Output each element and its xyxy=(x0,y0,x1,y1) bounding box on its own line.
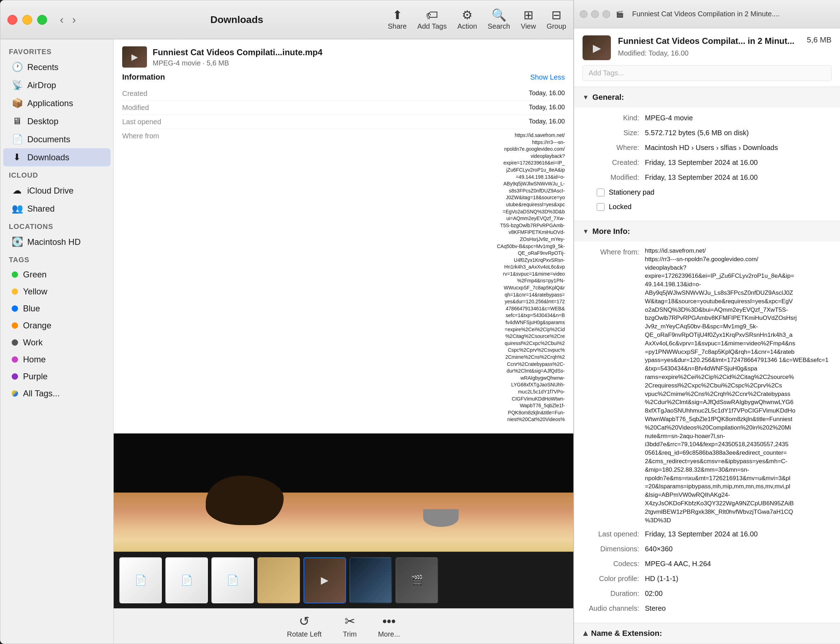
icloud-icon: ☁ xyxy=(12,185,22,196)
more-info-title: More Info: xyxy=(593,227,630,236)
name-extension-header[interactable]: ▶ Name & Extension: xyxy=(574,623,840,644)
sidebar-label-desktop: Desktop xyxy=(27,117,58,127)
sidebar-item-tag-home[interactable]: Home xyxy=(3,351,110,368)
color-profile-label: Color profile: xyxy=(583,573,639,584)
where-from-url: https://id.savefrom.net/https://rr3---sn… xyxy=(186,132,565,423)
ql-filetype: MPEG-4 movie · 5,6 MB xyxy=(153,59,323,67)
group-button[interactable]: ⊟ Group xyxy=(547,9,566,30)
sidebar-item-tag-green[interactable]: Green xyxy=(3,266,110,283)
quicklook-info: ▶ Funniest Cat Videos Compilati...inute.… xyxy=(114,39,573,434)
codecs-value: MPEG-4 AAC, H.264 xyxy=(645,559,832,569)
locked-checkbox[interactable] xyxy=(597,203,604,211)
view-button[interactable]: ⊞ View xyxy=(520,9,536,30)
action-icon: ⚙ xyxy=(462,9,473,21)
ql-file-details: Funniest Cat Videos Compilati...inute.mp… xyxy=(153,47,323,67)
fullscreen-button[interactable] xyxy=(37,15,47,25)
downloads-icon: ⬇ xyxy=(12,152,22,163)
sidebar-item-tag-blue[interactable]: Blue xyxy=(3,300,110,317)
where-from-url-mi: https://id.savefrom.net/https://rr3---sn… xyxy=(645,246,832,524)
locations-header: Locations xyxy=(0,218,113,233)
locked-label: Locked xyxy=(609,203,632,211)
more-button[interactable]: ••• More... xyxy=(378,614,400,638)
general-title: General: xyxy=(593,93,624,102)
stationery-row[interactable]: Stationery pad xyxy=(597,187,832,198)
stationery-checkbox[interactable] xyxy=(597,189,604,196)
home-tag-dot xyxy=(12,356,18,363)
show-less-button[interactable]: Show Less xyxy=(530,73,565,81)
sidebar-item-documents[interactable]: 📄 Documents xyxy=(3,130,110,148)
where-from-label-mi: Where from: xyxy=(583,246,639,257)
sidebar-item-recents[interactable]: 🕐 Recents xyxy=(3,58,110,76)
thumbnail-6[interactable] xyxy=(349,557,392,603)
more-info-content: Where from: https://id.savefrom.net/http… xyxy=(574,242,840,623)
cat-silhouette xyxy=(206,476,284,525)
nav-buttons: ‹ › xyxy=(57,12,79,28)
sidebar-item-applications[interactable]: 📦 Applications xyxy=(3,94,110,112)
yellow-tag-dot xyxy=(12,288,18,295)
sidebar-item-tag-orange[interactable]: Orange xyxy=(3,317,110,334)
ql-last-opened-row: Last opened Today, 16.00 xyxy=(122,115,565,129)
trim-button[interactable]: ✂ Trim xyxy=(343,614,357,638)
stationery-label: Stationery pad xyxy=(609,188,654,196)
sidebar-item-tag-yellow[interactable]: Yellow xyxy=(3,283,110,300)
thumbnail-2[interactable]: 📄 xyxy=(165,557,208,603)
general-section-header[interactable]: ▼ General: xyxy=(574,87,840,108)
applications-icon: 📦 xyxy=(12,98,22,108)
sidebar-item-macintosh-hd[interactable]: 💽 Macintosh HD xyxy=(3,233,110,251)
thumbnail-5-active[interactable]: ▶ xyxy=(303,557,346,603)
blue-tag-dot xyxy=(12,306,18,312)
rotate-left-button[interactable]: ↺ Rotate Left xyxy=(287,614,321,638)
last-opened-row-mi: Last opened: Friday, 13 September 2024 a… xyxy=(583,529,832,539)
sidebar-item-downloads[interactable]: ⬇ Downloads xyxy=(3,148,110,166)
duration-value: 02:00 xyxy=(645,588,832,599)
food-bowl xyxy=(423,509,459,527)
kind-value: MPEG-4 movie xyxy=(645,113,832,123)
window-title: Downloads xyxy=(86,14,388,25)
airdrop-icon: 📡 xyxy=(12,80,22,90)
created-label: Created xyxy=(122,90,186,98)
search-button[interactable]: 🔍 Search xyxy=(488,9,510,30)
back-button[interactable]: ‹ xyxy=(57,12,67,28)
close-button[interactable] xyxy=(7,15,17,25)
sidebar-label-work: Work xyxy=(23,338,43,347)
ql-where-from-row: Where from https://id.savefrom.net/https… xyxy=(122,129,565,426)
action-button[interactable]: ⚙ Action xyxy=(457,9,477,30)
inspector-fullscreen[interactable] xyxy=(602,10,610,18)
add-tags-input[interactable]: Add Tags... xyxy=(583,65,832,81)
more-info-header[interactable]: ▼ More Info: xyxy=(574,221,840,242)
sidebar-item-airdrop[interactable]: 📡 AirDrop xyxy=(3,76,110,94)
thumbnail-4[interactable] xyxy=(257,557,300,603)
audio-channels-value: Stereo xyxy=(645,603,832,614)
inspector-minimize[interactable] xyxy=(591,10,599,18)
locked-row[interactable]: Locked xyxy=(597,201,832,212)
thumbnail-1[interactable]: 📄 xyxy=(119,557,162,603)
share-button[interactable]: ⬆ Share xyxy=(388,9,407,30)
sidebar-label-green: Green xyxy=(23,269,47,279)
dimensions-value: 640×360 xyxy=(645,544,832,554)
sidebar-item-tag-work[interactable]: Work xyxy=(3,334,110,351)
minimize-button[interactable] xyxy=(22,15,32,25)
inspector-traffic-lights xyxy=(580,10,610,18)
add-tags-button[interactable]: 🏷 Add Tags xyxy=(417,9,446,30)
thumbnail-7[interactable]: 🎬 xyxy=(395,557,438,603)
main-preview[interactable] xyxy=(114,434,573,552)
search-icon: 🔍 xyxy=(492,9,506,21)
where-from-row: Where from: https://id.savefrom.net/http… xyxy=(583,246,832,524)
finder-titlebar: ‹ › Downloads ⬆ Share 🏷 Add Tags ⚙ Actio… xyxy=(0,0,573,39)
trim-icon: ✂ xyxy=(344,614,355,629)
more-info-chevron: ▼ xyxy=(583,228,589,235)
sidebar-label-macintosh-hd: Macintosh HD xyxy=(27,237,81,247)
inspector-title: Funniest Cat Videos Compilation in 2 Min… xyxy=(632,10,834,18)
inspector-close[interactable] xyxy=(580,10,588,18)
sidebar-item-shared[interactable]: 👥 Shared xyxy=(3,200,110,218)
kind-row: Kind: MPEG-4 movie xyxy=(583,113,832,123)
sidebar-item-desktop[interactable]: 🖥 Desktop xyxy=(3,112,110,130)
content-area: ▶ Funniest Cat Videos Compilati...inute.… xyxy=(114,39,573,644)
sidebar-item-all-tags[interactable]: All Tags... xyxy=(3,385,110,402)
purple-tag-dot xyxy=(12,373,18,380)
last-opened-value-mi: Friday, 13 September 2024 at 16.00 xyxy=(645,529,832,539)
sidebar-item-tag-purple[interactable]: Purple xyxy=(3,368,110,385)
sidebar-item-icloud-drive[interactable]: ☁ iCloud Drive xyxy=(3,182,110,200)
forward-button[interactable]: › xyxy=(69,12,79,28)
thumbnail-3[interactable]: 📄 xyxy=(211,557,254,603)
